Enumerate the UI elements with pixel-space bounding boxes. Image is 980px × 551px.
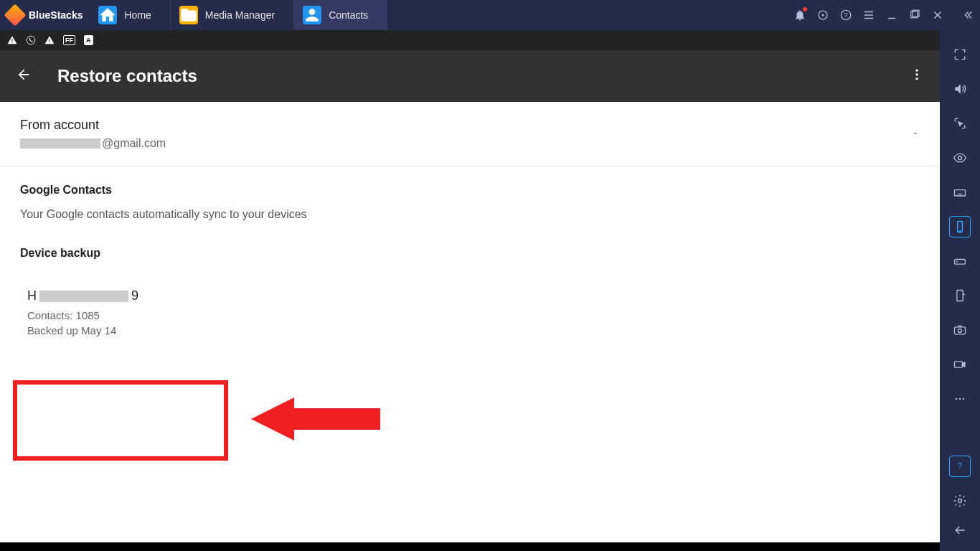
android-back-icon[interactable]: [949, 519, 971, 541]
app-bar: Restore contacts: [0, 50, 940, 102]
settings-icon[interactable]: [949, 490, 971, 512]
back-button[interactable]: [16, 67, 32, 85]
svg-rect-19: [955, 362, 963, 367]
keyboard-icon[interactable]: [949, 182, 971, 203]
warning-icon: [7, 35, 17, 45]
minimize-icon[interactable]: [885, 9, 898, 22]
titlebar: BlueStacks Home Media Manager Contacts ?: [0, 0, 980, 30]
eye-icon[interactable]: [949, 147, 971, 169]
svg-point-21: [959, 398, 961, 400]
device-backup-item[interactable]: H 9 Contacts: 1085 Backed up May 14: [13, 276, 221, 354]
svg-point-9: [915, 77, 918, 80]
tab-home[interactable]: Home: [90, 0, 170, 30]
svg-point-8: [915, 73, 918, 75]
annotation-arrow-icon: [251, 397, 380, 441]
close-icon[interactable]: [931, 9, 944, 22]
device-name: H 9: [27, 288, 207, 303]
brand-name: BlueStacks: [29, 9, 83, 21]
svg-rect-17: [955, 327, 966, 334]
google-contacts-section: Google Contacts Your Google contacts aut…: [0, 166, 940, 230]
device-contacts-count: Contacts: 1085: [27, 308, 207, 323]
page-title: Restore contacts: [57, 66, 197, 86]
svg-text:?: ?: [958, 461, 962, 470]
home-icon: [98, 6, 117, 24]
maximize-icon[interactable]: [908, 9, 921, 22]
redacted-email-prefix: [20, 138, 100, 149]
help-icon[interactable]: ?: [839, 9, 852, 22]
more-dots-icon[interactable]: [949, 388, 971, 410]
tab-media-manager[interactable]: Media Manager: [171, 0, 294, 30]
account-email: @gmail.com: [20, 137, 166, 150]
whatsapp-icon: [26, 35, 36, 45]
screenshot-icon[interactable]: [949, 319, 971, 341]
svg-point-22: [963, 398, 965, 400]
from-account-label: From account: [20, 118, 166, 133]
status-bar: FF A: [0, 30, 940, 50]
from-account-selector[interactable]: From account @gmail.com: [0, 102, 940, 166]
google-contacts-heading: Google Contacts: [20, 184, 920, 197]
device-backup-heading: Device backup: [20, 247, 920, 260]
device-backup-section: Device backup: [0, 230, 940, 271]
svg-point-11: [958, 156, 962, 160]
brand-logo: BlueStacks: [0, 7, 90, 23]
svg-rect-16: [957, 291, 963, 301]
dropdown-caret-icon: [911, 128, 920, 141]
hamburger-icon[interactable]: [862, 9, 875, 22]
cursor-lock-icon[interactable]: [949, 113, 971, 134]
svg-rect-15: [955, 260, 966, 265]
svg-text:?: ?: [844, 11, 847, 19]
volume-icon[interactable]: [949, 78, 971, 100]
warning-icon: [44, 35, 55, 45]
titlebar-controls: ?: [793, 9, 980, 22]
a-badge: A: [84, 35, 93, 45]
tab-label: Contacts: [329, 9, 368, 21]
record-icon[interactable]: [949, 354, 971, 375]
svg-point-7: [915, 70, 918, 72]
tab-label: Home: [124, 9, 151, 21]
android-viewport: FF A Restore contacts From account @gmai…: [0, 30, 940, 551]
svg-rect-12: [955, 190, 966, 196]
fullscreen-icon[interactable]: [949, 44, 971, 65]
annotation-highlight-box: [13, 380, 228, 461]
redacted-device-name: [39, 291, 128, 302]
main-row: FF A Restore contacts From account @gmai…: [0, 30, 980, 551]
svg-point-20: [956, 398, 958, 400]
phone-portrait-icon[interactable]: [949, 216, 971, 237]
tab-contacts[interactable]: Contacts: [294, 0, 387, 30]
email-suffix: @gmail.com: [102, 137, 166, 150]
install-apk-icon[interactable]: [949, 285, 971, 306]
tab-label: Media Manager: [205, 9, 275, 21]
collapse-sidebar-icon[interactable]: [961, 9, 974, 22]
bluestacks-logo-icon: [4, 4, 26, 26]
person-icon: [303, 6, 321, 24]
help-square-icon[interactable]: ?: [949, 456, 971, 477]
ff-badge: FF: [63, 35, 75, 45]
google-contacts-subtitle: Your Google contacts automatically sync …: [20, 208, 920, 221]
device-backup-date: Backed up May 14: [27, 323, 207, 338]
svg-point-24: [958, 499, 962, 503]
svg-point-6: [27, 36, 35, 44]
svg-point-18: [958, 329, 962, 332]
location-icon[interactable]: [816, 9, 829, 22]
gamepad-icon[interactable]: [949, 250, 971, 272]
svg-marker-10: [251, 397, 380, 441]
notifications-icon[interactable]: [793, 9, 806, 22]
more-options-button[interactable]: [910, 67, 924, 85]
folder-icon: [179, 6, 198, 24]
content-area: From account @gmail.com Google Contacts …: [0, 102, 940, 542]
svg-point-1: [822, 14, 824, 17]
right-sidebar: ?: [940, 30, 980, 551]
